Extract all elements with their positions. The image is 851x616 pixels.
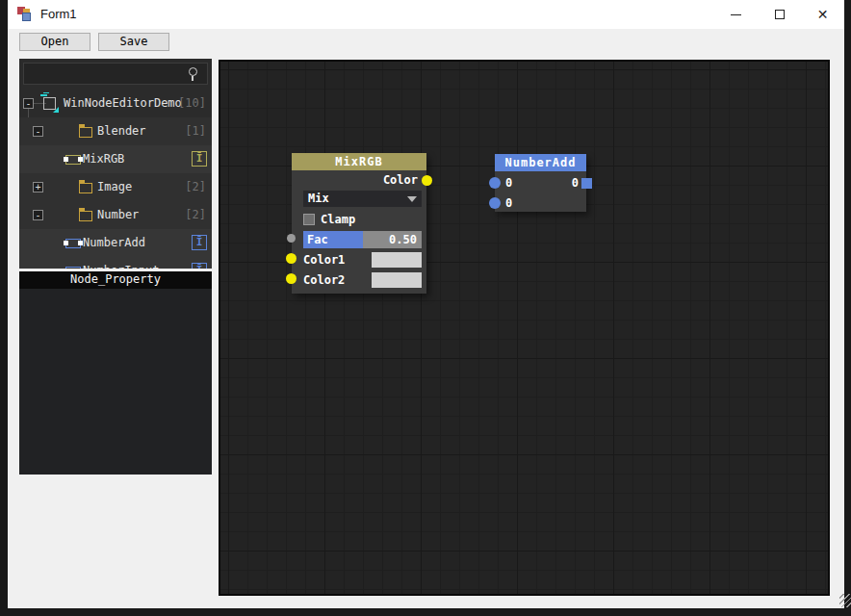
clamp-row: Clamp [303,213,426,226]
tree-item-label: NumberInput [83,264,159,269]
node-icon [65,267,81,269]
color-output-socket[interactable] [422,175,432,186]
fac-input-socket[interactable] [287,234,296,243]
color2-label: Color2 [303,273,345,287]
numberadd-input2-label: 0 [505,196,512,210]
tree-item-label: MixRGB [83,152,124,166]
node-property-panel: Node_Property [19,271,212,475]
tree-item-winnodeeditordemo[interactable]: - WinNodeEditorDemo [10] [19,90,212,117]
search-input[interactable] [28,65,182,82]
folder-icon [79,183,92,193]
collapse-icon[interactable]: - [33,210,43,220]
color-output-label: Color [383,173,418,187]
color1-input-socket[interactable] [286,253,297,264]
save-button[interactable]: Save [98,33,169,51]
tree-item-blender[interactable]: - Blender [1] [19,117,212,145]
color2-swatch[interactable] [372,272,422,288]
clamp-label: Clamp [321,213,355,226]
node-icon [65,155,81,165]
blend-mode-value: Mix [308,192,329,205]
tree-item-numberadd[interactable]: NumberAdd Ī [19,229,212,257]
numberadd-row2: 0 [495,193,586,212]
mixrgb-node[interactable]: MixRGB Color Mix Clamp Fac 0.50 Color1 [292,153,426,294]
fac-label: Fac [307,231,328,248]
tree-item-label: Image [97,180,132,193]
tree-item-label: WinNodeEditorDemo [64,96,182,110]
color1-row: Color1 [292,251,426,269]
folder-icon [79,211,92,221]
titlebar: Form1 ✕ [8,0,844,29]
tree-item-label: Blender [97,124,146,138]
numberadd-node[interactable]: NumberAdd 0 0 0 [495,154,586,212]
editor-icon [43,97,56,110]
open-button[interactable]: Open [19,33,90,51]
expand-icon[interactable]: + [33,182,43,192]
form-window: Form1 ✕ Open Save - WinNodeEditorDemo [1… [8,0,844,608]
mixrgb-node-header[interactable]: MixRGB [292,153,426,170]
numberadd-input1-socket[interactable] [489,177,501,189]
app-icon [17,7,33,22]
fac-slider[interactable]: Fac 0.50 [303,231,422,248]
collapse-icon[interactable]: - [23,98,34,109]
node-icon [65,239,81,248]
tree-item-count: [10] [178,96,206,110]
tree-item-label: NumberAdd [83,236,145,249]
mixrgb-output-row: Color [292,170,426,190]
numberadd-input1-label: 0 [505,176,512,190]
tree-item-numberinput[interactable]: NumberInput Ī [19,257,212,269]
node-editor-canvas[interactable]: MixRGB Color Mix Clamp Fac 0.50 Color1 [219,60,830,596]
collapse-icon[interactable]: - [33,126,43,137]
tree-item-count: [1] [185,124,206,138]
node-type-badge-icon[interactable]: Ī [192,235,207,250]
color2-input-socket[interactable] [286,273,297,284]
numberadd-output-socket[interactable] [581,178,592,189]
folder-icon [79,127,92,138]
minimize-button[interactable] [714,0,758,29]
tree-item-label: Number [97,208,139,221]
property-panel-title: Node_Property [19,271,212,289]
fac-value: 0.50 [389,231,417,248]
tree-search-box[interactable] [23,63,208,85]
color1-label: Color1 [303,253,345,267]
numberadd-row1: 0 0 [495,173,586,192]
tree-item-mixrgb[interactable]: MixRGB Ī [19,145,212,173]
tree-item-count: [2] [185,180,206,193]
tree-item-image[interactable]: + Image [2] [19,173,212,201]
node-tree-panel: - WinNodeEditorDemo [10] - Blender [1] M… [19,59,212,269]
close-button[interactable]: ✕ [801,0,844,29]
numberadd-node-header[interactable]: NumberAdd [495,154,586,171]
numberadd-input2-socket[interactable] [489,197,501,209]
blend-mode-dropdown[interactable]: Mix [303,191,422,207]
clamp-checkbox[interactable] [303,214,315,225]
node-type-badge-icon[interactable]: Ī [192,263,207,269]
color2-row: Color2 [292,271,426,289]
chevron-down-icon [407,196,417,202]
maximize-button[interactable] [758,0,801,29]
window-title: Form1 [40,7,77,21]
color1-swatch[interactable] [372,252,422,268]
maximize-icon [775,10,785,19]
node-type-badge-icon[interactable]: Ī [192,151,207,167]
search-icon [187,67,199,82]
minimize-icon [731,14,741,15]
resize-grip[interactable] [839,594,851,607]
tree-item-count: [2] [185,208,206,221]
close-icon: ✕ [817,8,829,21]
tree-item-number[interactable]: - Number [2] [19,201,212,229]
numberadd-output-label: 0 [572,173,579,192]
